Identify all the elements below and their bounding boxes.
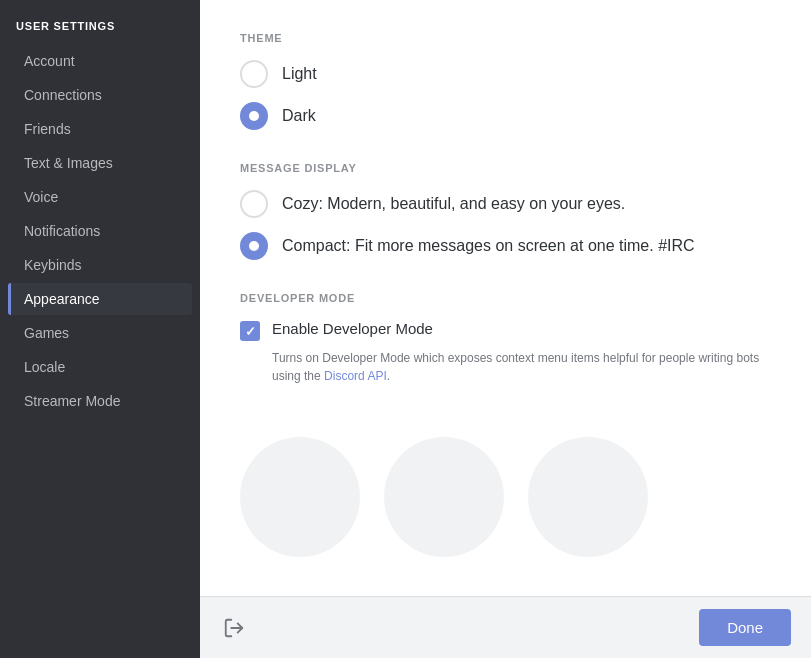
done-button[interactable]: Done	[699, 609, 791, 646]
sidebar-item-label: Locale	[24, 359, 65, 375]
theme-section: THEME Light Dark	[240, 32, 771, 130]
sidebar-item-label: Connections	[24, 87, 102, 103]
theme-light-option[interactable]: Light	[240, 60, 771, 88]
developer-mode-label: Enable Developer Mode	[272, 320, 433, 337]
developer-mode-description: Turns on Developer Mode which exposes co…	[272, 349, 771, 385]
theme-dark-option[interactable]: Dark	[240, 102, 771, 130]
discord-api-link[interactable]: Discord API	[324, 369, 387, 383]
sidebar-item-label: Friends	[24, 121, 71, 137]
message-compact-option[interactable]: Compact: Fit more messages on screen at …	[240, 232, 771, 260]
sidebar-item-label: Appearance	[24, 291, 100, 307]
sidebar-item-notifications[interactable]: Notifications	[8, 215, 192, 247]
theme-dark-label: Dark	[282, 107, 316, 125]
message-compact-label: Compact: Fit more messages on screen at …	[282, 237, 695, 255]
theme-light-label: Light	[282, 65, 317, 83]
sidebar-item-label: Keybinds	[24, 257, 82, 273]
developer-mode-section: DEVELOPER MODE Enable Developer Mode Tur…	[240, 292, 771, 385]
main-content: THEME Light Dark MESSAGE DISPLAY Cozy: M…	[200, 0, 811, 658]
preview-area	[240, 417, 771, 577]
preview-circle-1	[240, 437, 360, 557]
sidebar-title: USER SETTINGS	[0, 20, 200, 44]
developer-mode-checkbox-row: Enable Developer Mode	[240, 320, 771, 341]
sidebar-item-text-images[interactable]: Text & Images	[8, 147, 192, 179]
sidebar-item-label: Voice	[24, 189, 58, 205]
sidebar-item-label: Text & Images	[24, 155, 113, 171]
message-cozy-option[interactable]: Cozy: Modern, beautiful, and easy on you…	[240, 190, 771, 218]
sidebar-item-label: Notifications	[24, 223, 100, 239]
sidebar-item-locale[interactable]: Locale	[8, 351, 192, 383]
settings-body: THEME Light Dark MESSAGE DISPLAY Cozy: M…	[200, 0, 811, 596]
sidebar-item-games[interactable]: Games	[8, 317, 192, 349]
developer-mode-checkbox[interactable]	[240, 321, 260, 341]
message-display-section-label: MESSAGE DISPLAY	[240, 162, 771, 174]
theme-dark-radio[interactable]	[240, 102, 268, 130]
sidebar-item-label: Streamer Mode	[24, 393, 120, 409]
sidebar-item-connections[interactable]: Connections	[8, 79, 192, 111]
sidebar-item-voice[interactable]: Voice	[8, 181, 192, 213]
sidebar-item-account[interactable]: Account	[8, 45, 192, 77]
sidebar-item-appearance[interactable]: Appearance	[8, 283, 192, 315]
logout-icon[interactable]	[220, 614, 248, 642]
sidebar: USER SETTINGS Account Connections Friend…	[0, 0, 200, 658]
developer-mode-section-label: DEVELOPER MODE	[240, 292, 771, 304]
message-compact-radio[interactable]	[240, 232, 268, 260]
theme-light-radio[interactable]	[240, 60, 268, 88]
sidebar-item-label: Account	[24, 53, 75, 69]
sidebar-item-keybinds[interactable]: Keybinds	[8, 249, 192, 281]
sidebar-item-friends[interactable]: Friends	[8, 113, 192, 145]
message-cozy-label: Cozy: Modern, beautiful, and easy on you…	[282, 195, 625, 213]
message-cozy-radio[interactable]	[240, 190, 268, 218]
preview-circle-2	[384, 437, 504, 557]
sidebar-item-label: Games	[24, 325, 69, 341]
preview-circle-3	[528, 437, 648, 557]
theme-section-label: THEME	[240, 32, 771, 44]
sidebar-item-streamer-mode[interactable]: Streamer Mode	[8, 385, 192, 417]
message-display-section: MESSAGE DISPLAY Cozy: Modern, beautiful,…	[240, 162, 771, 260]
footer: Done	[200, 596, 811, 658]
